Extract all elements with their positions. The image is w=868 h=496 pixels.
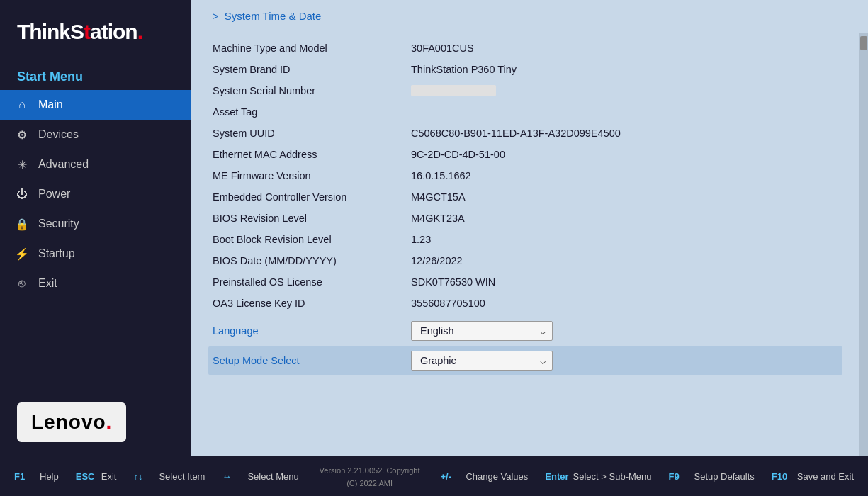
- start-menu-label: Start Menu: [0, 58, 191, 90]
- field-value: 9C-2D-CD-4D-51-00: [411, 149, 505, 160]
- table-row: Embedded Controller Version M4GCT15A: [213, 186, 838, 208]
- power-icon: ⏻: [14, 186, 30, 202]
- field-value: C5068C80-B901-11ED-A13F-A32D099E4500: [411, 128, 621, 139]
- logo-period: .: [137, 20, 143, 44]
- home-icon: ⌂: [14, 97, 30, 113]
- sidebar-item-security-label: Security: [38, 218, 79, 230]
- setup-mode-select[interactable]: Graphic Text: [411, 351, 553, 371]
- sidebar-item-exit[interactable]: ⎋ Exit: [0, 269, 191, 298]
- esc-desc: Exit: [101, 471, 117, 482]
- f1-desc: Help: [40, 471, 59, 482]
- field-value: 16.0.15.1662: [411, 170, 471, 181]
- setup-mode-row: Setup Mode Select Graphic Text ⌵: [208, 346, 842, 375]
- field-label: Preinstalled OS License: [213, 276, 411, 288]
- language-row: Language English French German Spanish C…: [213, 317, 838, 345]
- lenovo-text: Lenovo.: [31, 411, 112, 433]
- field-value: 30FA001CUS: [411, 43, 474, 54]
- setup-mode-label: Setup Mode Select: [213, 355, 411, 366]
- table-row: System UUID C5068C80-B901-11ED-A13F-A32D…: [213, 123, 838, 144]
- language-select[interactable]: English French German Spanish Chinese: [411, 321, 553, 341]
- field-label: Machine Type and Model: [213, 43, 411, 54]
- devices-icon: ⚙: [14, 127, 30, 142]
- sidebar-item-advanced[interactable]: ✳ Advanced: [0, 150, 191, 179]
- table-row: ME Firmware Version 16.0.15.1662: [213, 165, 838, 186]
- sidebar-item-devices[interactable]: ⚙ Devices: [0, 120, 191, 150]
- updown-arrows: ↑↓: [133, 471, 154, 482]
- footer-keys: F1 Help ESC Exit ↑↓ Select Item ↔ Select…: [14, 463, 854, 489]
- enter-key: Enter: [545, 471, 568, 482]
- lenovo-dot: .: [106, 411, 113, 433]
- thinkstation-logo: ThinkStation.: [17, 20, 174, 44]
- plusminus-key: +/-: [440, 471, 461, 482]
- field-value: M4GCT15A: [411, 191, 466, 203]
- plusminus-desc: Change Values: [466, 471, 528, 482]
- language-label: Language: [213, 325, 411, 337]
- f1-key-group: F1 Help: [14, 471, 59, 482]
- f10-key: F10: [772, 471, 793, 482]
- f9-key: F9: [669, 471, 690, 482]
- esc-key: ESC: [76, 471, 97, 482]
- field-label: BIOS Date (MM/DD/YYYY): [213, 255, 411, 266]
- updown-key-group: ↑↓ Select Item: [133, 471, 205, 482]
- footer-bar: F1 Help ESC Exit ↑↓ Select Item ↔ Select…: [0, 456, 868, 496]
- table-row: Ethernet MAC Address 9C-2D-CD-4D-51-00: [213, 144, 838, 165]
- field-value-redacted: [411, 85, 496, 96]
- language-dropdown-wrapper: English French German Spanish Chinese ⌵: [411, 321, 553, 341]
- content-area: > System Time & Date Machine Type and Mo…: [191, 0, 868, 456]
- startup-icon: ⚡: [14, 246, 30, 261]
- lenovo-logo-box: Lenovo.: [17, 402, 126, 442]
- logo-text-2: Station: [70, 20, 137, 44]
- content-header: > System Time & Date: [191, 0, 868, 33]
- field-value: ThinkStation P360 Tiny: [411, 64, 517, 75]
- sidebar: ThinkStation. Start Menu ⌂ Main ⚙ Device…: [0, 0, 191, 456]
- f1-key: F1: [14, 471, 35, 482]
- field-value: SDK0T76530 WIN: [411, 276, 495, 288]
- field-value: 1.23: [411, 234, 431, 245]
- enter-desc: Select > Sub-Menu: [573, 471, 652, 482]
- breadcrumb-arrow: >: [213, 11, 218, 22]
- field-label: Embedded Controller Version: [213, 191, 411, 203]
- table-row: OA3 License Key ID 3556087705100: [213, 293, 838, 314]
- f9-key-group: F9 Setup Defaults: [669, 471, 755, 482]
- field-label: System Serial Number: [213, 85, 411, 96]
- field-value: 12/26/2022: [411, 255, 463, 266]
- field-label: Ethernet MAC Address: [213, 149, 411, 160]
- advanced-icon: ✳: [14, 157, 30, 172]
- table-row: BIOS Date (MM/DD/YYYY) 12/26/2022: [213, 250, 838, 271]
- enter-key-group: Enter Select > Sub-Menu: [545, 471, 651, 482]
- lenovo-logo-area: Lenovo.: [0, 388, 191, 456]
- table-row: BIOS Revision Level M4GKT23A: [213, 208, 838, 229]
- table-row: Machine Type and Model 30FA001CUS: [213, 38, 838, 59]
- leftright-desc: Select Menu: [247, 471, 298, 482]
- nav-menu: ⌂ Main ⚙ Devices ✳ Advanced ⏻ Power 🔒 Se…: [0, 90, 191, 388]
- sidebar-item-exit-label: Exit: [38, 277, 57, 290]
- f10-key-group: F10 Save and Exit: [772, 471, 854, 482]
- sidebar-item-main[interactable]: ⌂ Main: [0, 90, 191, 120]
- table-row: System Brand ID ThinkStation P360 Tiny: [213, 59, 838, 80]
- sidebar-item-devices-label: Devices: [38, 128, 79, 141]
- logo-text: Think: [17, 20, 70, 44]
- field-value: 3556087705100: [411, 298, 485, 309]
- field-label: OA3 License Key ID: [213, 298, 411, 309]
- sidebar-item-power[interactable]: ⏻ Power: [0, 179, 191, 209]
- sidebar-item-startup[interactable]: ⚡ Startup: [0, 239, 191, 269]
- field-label: System Brand ID: [213, 64, 411, 75]
- logo-dot: t: [84, 20, 90, 43]
- content-with-scroll: Machine Type and Model 30FA001CUS System…: [191, 33, 868, 456]
- exit-icon: ⎋: [14, 276, 30, 291]
- scrollbar-thumb[interactable]: [860, 36, 867, 50]
- sidebar-item-power-label: Power: [38, 188, 70, 201]
- info-table: Machine Type and Model 30FA001CUS System…: [191, 33, 859, 456]
- table-row: Asset Tag: [213, 101, 838, 123]
- sidebar-item-advanced-label: Advanced: [38, 158, 89, 171]
- f9-desc: Setup Defaults: [694, 471, 755, 482]
- table-row: Preinstalled OS License SDK0T76530 WIN: [213, 271, 838, 293]
- field-label: System UUID: [213, 128, 411, 139]
- sidebar-item-main-label: Main: [38, 98, 63, 111]
- table-row: System Serial Number: [213, 80, 838, 101]
- sidebar-item-security[interactable]: 🔒 Security: [0, 209, 191, 239]
- breadcrumb-link[interactable]: System Time & Date: [225, 10, 322, 22]
- field-label: ME Firmware Version: [213, 170, 411, 181]
- logo-area: ThinkStation.: [0, 0, 191, 58]
- scrollbar[interactable]: [859, 33, 868, 456]
